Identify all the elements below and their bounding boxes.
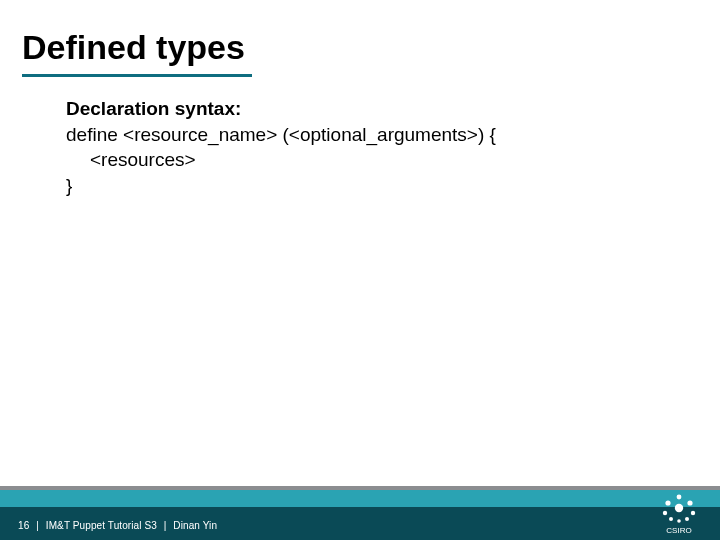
svg-point-0 xyxy=(675,504,683,512)
svg-text:CSIRO: CSIRO xyxy=(666,526,691,535)
footer: 16 | IM&T Puppet Tutorial S3 | Dinan Yin xyxy=(0,482,720,540)
svg-point-7 xyxy=(677,495,682,500)
svg-point-4 xyxy=(691,511,695,515)
syntax-heading: Declaration syntax: xyxy=(66,96,496,122)
syntax-line-3: } xyxy=(66,173,496,199)
footer-band-light xyxy=(0,490,720,507)
csiro-logo: CSIRO xyxy=(656,493,702,535)
doc-title: IM&T Puppet Tutorial S3 xyxy=(46,520,157,531)
svg-point-1 xyxy=(665,500,670,505)
page-number: 16 xyxy=(18,520,29,531)
svg-point-6 xyxy=(685,517,689,521)
svg-point-2 xyxy=(687,500,692,505)
svg-point-8 xyxy=(677,519,681,523)
svg-point-5 xyxy=(669,517,673,521)
title-underline xyxy=(22,74,252,77)
slide: Defined types Declaration syntax: define… xyxy=(0,0,720,540)
syntax-line-2: <resources> xyxy=(66,147,496,173)
svg-point-3 xyxy=(663,511,667,515)
slide-title: Defined types xyxy=(22,28,245,67)
author: Dinan Yin xyxy=(173,520,217,531)
footer-text: 16 | IM&T Puppet Tutorial S3 | Dinan Yin xyxy=(18,520,217,531)
body-text: Declaration syntax: define <resource_nam… xyxy=(66,96,496,199)
syntax-line-1: define <resource_name> (<optional_argume… xyxy=(66,122,496,148)
separator: | xyxy=(32,520,43,531)
separator: | xyxy=(160,520,171,531)
